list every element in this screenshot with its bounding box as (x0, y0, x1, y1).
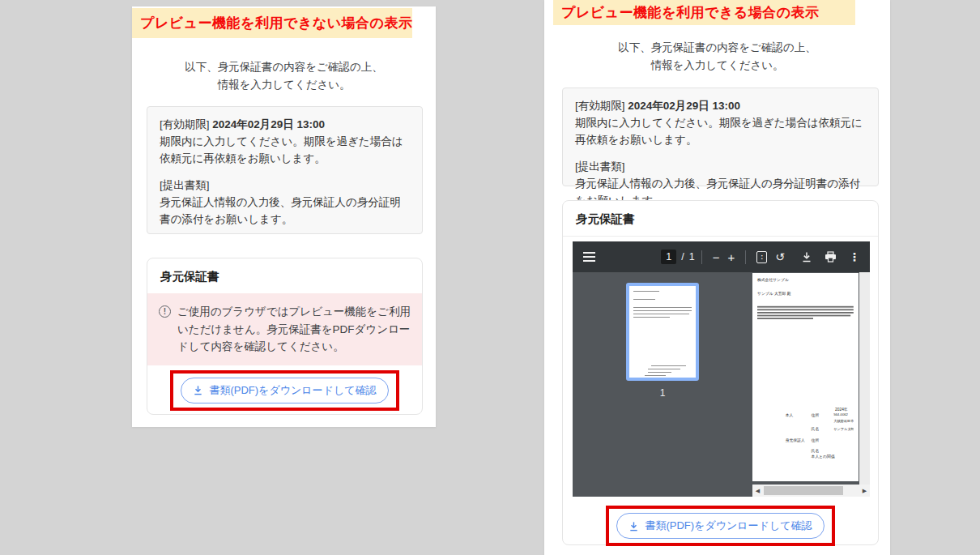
doc-relation-label: 本人との関係 (812, 455, 850, 459)
fit-to-page-button[interactable]: : (752, 251, 771, 263)
doc-name-value: サンプル太郎 (833, 427, 854, 432)
instruction-text: 以下、身元保証書の内容をご確認の上、 情報を入力してください。 (132, 58, 436, 95)
zoom-out-button[interactable]: − (709, 251, 724, 263)
panel-preview-unavailable: プレビュー機能を利用できない場合の表示 以下、身元保証書の内容をご確認の上、 情… (132, 6, 436, 427)
deadline-label: [有効期限] (575, 100, 625, 112)
thumbnail-text-line (633, 299, 655, 300)
spacer (757, 321, 854, 408)
thumbnail-text-line (633, 317, 670, 318)
button-row: 書類(PDF)をダウンロードして確認 (563, 506, 878, 546)
spacer (160, 168, 410, 177)
error-outline-icon: ! (159, 305, 171, 318)
instruction-line-2: 情報を入力してください。 (132, 76, 436, 94)
thumbnail-text-line (633, 310, 692, 311)
doc-guarantor-name-label: 氏名 (812, 448, 834, 453)
download-icon (801, 251, 812, 263)
doc-address-label: 住所 (812, 413, 834, 418)
toolbar-separator (745, 250, 746, 264)
doc-person-label: 本人 (786, 413, 812, 418)
rotate-button[interactable]: ↺ (771, 251, 789, 263)
download-button-label: 書類(PDF)をダウンロードして確認 (209, 383, 376, 398)
horizontal-scrollbar: ◀ ▶ (752, 485, 870, 497)
document-content: 株式会社サンプル サンプル 大五郎 殿 2024年 (752, 273, 859, 481)
download-button[interactable] (797, 251, 816, 263)
download-button-label: 書類(PDF)をダウンロードして確認 (645, 519, 812, 533)
deadline-line: [有効期限] 2024年02月29日 13:00 (160, 117, 410, 134)
thumbnail-text-line (651, 365, 686, 366)
card-title: 身元保証書 (147, 258, 422, 293)
card-title: 身元保証書 (563, 201, 878, 237)
doc-row-address-value: 大阪府吹田市垂水町一丁目 (757, 419, 854, 423)
preview-unavailable-warning: ! ご使用のブラウザではプレビュー機能をご利用いただけません。身元保証書をPDF… (147, 293, 422, 365)
documents-note: 身元保証人情報の入力後、身元保証人の身分証明書の添付をお願いします。 (160, 194, 410, 228)
info-box: [有効期限] 2024年02月29日 13:00 期限内に入力してください。期限… (562, 88, 879, 186)
zoom-in-button[interactable]: + (724, 251, 739, 263)
warning-text: ご使用のブラウザではプレビュー機能をご利用いただけません。身元保証書をPDFダウ… (177, 303, 411, 356)
deadline-value: 2024年02月29日 13:00 (212, 118, 325, 130)
documents-label: [提出書類] (575, 159, 866, 176)
banner-preview-available: プレビュー機能を利用できる場合の表示 (553, 0, 855, 25)
thumbnail-text-line (633, 291, 659, 292)
page-counter: 1 / 1 (661, 250, 694, 264)
scrollbar-thumb[interactable] (764, 486, 843, 495)
scroll-left-arrow-icon[interactable]: ◀ (752, 488, 763, 494)
doc-company: 株式会社サンプル (757, 278, 854, 283)
instruction-line-2: 情報を入力してください。 (544, 57, 890, 75)
vertical-scrollbar[interactable] (859, 272, 870, 485)
fit-to-page-icon: : (756, 251, 767, 263)
panel-preview-available: プレビュー機能を利用できる場合の表示 以下、身元保証書の内容をご確認の上、 情報… (544, 0, 890, 555)
doc-row-person-name: 氏名 サンプル太郎 (757, 427, 854, 432)
doc-addressee: サンプル 大五郎 殿 (757, 292, 854, 297)
doc-row-relation: 本人との関係 (757, 455, 854, 459)
menu-icon[interactable] (583, 252, 595, 262)
doc-row-guarantor-address: 身元保証人 住所 (757, 438, 854, 442)
doc-row-person-address: 本人 住所 564-0062 (757, 413, 854, 418)
thumbnail-text-line (648, 369, 680, 369)
thumbnail-page-number: 1 (573, 387, 752, 399)
doc-guarantor-label: 身元保証人 (786, 438, 812, 442)
pdf-viewer: 1 / 1 − + : ↺ (573, 241, 870, 497)
deadline-line: [有効期限] 2024年02月29日 13:00 (575, 98, 866, 115)
doc-row-guarantor-name: 氏名 (757, 448, 854, 453)
doc-address-value: 大阪府吹田市垂水町一丁目 (833, 419, 854, 423)
pdf-viewer-body: 1 株式会社サンプル サンプル 大五郎 殿 (573, 272, 870, 497)
instruction-line-1: 以下、身元保証書の内容をご確認の上、 (544, 39, 890, 57)
doc-paragraph (757, 306, 854, 319)
deadline-note: 期限内に入力してください。期限を過ぎた場合は依頼元に再依頼をお願いします。 (160, 134, 410, 168)
toolbar-right-icons: ⋮ (797, 251, 864, 263)
documents-label: [提出書類] (160, 177, 410, 194)
deadline-note: 期限内に入力してください。期限を過ぎた場合は依頼元に再依頼をお願いします。 (575, 115, 866, 149)
doc-guarantor-address-label: 住所 (812, 438, 834, 442)
thumbnail-text-line (633, 314, 689, 314)
more-options-button[interactable]: ⋮ (845, 251, 864, 263)
thumbnail-text-line (633, 307, 692, 308)
document-page: 株式会社サンプル サンプル 大五郎 殿 2024年 (752, 273, 859, 481)
spacer (575, 149, 866, 159)
info-box: [有効期限] 2024年02月29日 13:00 期限内に入力してください。期限… (147, 106, 423, 234)
thumbnail-sidebar: 1 (573, 272, 752, 497)
toolbar-separator (701, 250, 702, 264)
button-row: 書類(PDF)をダウンロードして確認 (147, 370, 422, 411)
instruction-text: 以下、身元保証書の内容をご確認の上、 情報を入力してください。 (544, 39, 890, 75)
scrollbar-track[interactable] (763, 485, 859, 497)
download-icon (193, 385, 203, 395)
deadline-label: [有効期限] (160, 118, 210, 130)
download-pdf-button[interactable]: 書類(PDF)をダウンロードして確認 (616, 513, 824, 539)
page-thumbnail[interactable] (626, 283, 699, 381)
pdf-toolbar: 1 / 1 − + : ↺ (573, 241, 870, 272)
comparison-canvas: プレビュー機能を利用できない場合の表示 以下、身元保証書の内容をご確認の上、 情… (0, 0, 980, 555)
thumbnail-text-line (648, 372, 671, 373)
instruction-line-1: 以下、身元保証書の内容をご確認の上、 (132, 58, 436, 76)
red-annotation-box: 書類(PDF)をダウンロードして確認 (170, 370, 398, 411)
doc-year: 2024年 (757, 408, 854, 412)
doc-name-label: 氏名 (812, 427, 834, 432)
print-icon (824, 251, 837, 263)
download-pdf-button[interactable]: 書類(PDF)をダウンロードして確認 (181, 378, 388, 403)
scroll-right-arrow-icon[interactable]: ▶ (859, 488, 870, 494)
page-divider: / (681, 251, 684, 263)
print-button[interactable] (820, 251, 841, 263)
document-card: 身元保証書 1 / 1 − + : (562, 200, 879, 545)
download-icon (628, 521, 639, 532)
current-page-input[interactable]: 1 (661, 250, 676, 264)
deadline-value: 2024年02月29日 13:00 (628, 100, 740, 112)
